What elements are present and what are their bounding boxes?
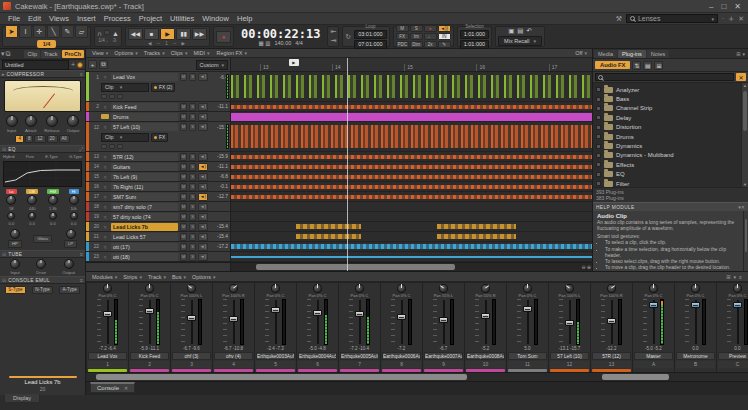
module-menu-icon[interactable]: ≡ — [80, 71, 83, 77]
now-marker[interactable]: ▶ — [289, 59, 299, 66]
plugin-folder-row[interactable]: Filter — [596, 179, 739, 187]
vertical-scrollbar[interactable]: ▲ ▼ — [741, 83, 748, 187]
clip-lane[interactable] — [231, 112, 592, 121]
pan-knob[interactable] — [313, 284, 322, 293]
chevron-down-icon[interactable]: ▾ — [734, 274, 737, 280]
mix-toggle-button[interactable]: ◄)) — [438, 25, 451, 32]
inspector-pin-icon[interactable]: ⧉ — [6, 50, 11, 58]
volume-fader[interactable] — [481, 313, 490, 319]
automation-icon[interactable] — [101, 94, 107, 99]
clip-dropdown[interactable]: Clip▾ — [101, 133, 149, 142]
plugin-folder-row[interactable]: Distortion — [596, 123, 739, 132]
mute-button[interactable]: M — [180, 113, 187, 121]
fader-track[interactable] — [229, 299, 238, 345]
strip-name[interactable]: 57R (12) — [592, 352, 631, 360]
clip-lane[interactable] — [231, 202, 592, 211]
track-header[interactable]: 15 7b Left (9) M S ◄) -6.8 — [86, 172, 231, 181]
track-row[interactable]: 20 Lead Licks 7b M S ◄) -15.4 — [86, 222, 592, 232]
eq-gain-knob[interactable] — [7, 212, 15, 220]
volume-fader[interactable] — [187, 315, 196, 321]
strip-name[interactable]: Erthquke0003AuMc — [256, 352, 295, 360]
track-name[interactable]: 57 Left (10) — [111, 123, 178, 131]
console-menu[interactable]: Modules▾ — [89, 274, 120, 280]
track-row[interactable]: 21 Lead Licks 57 M S ◄) -15.4 — [86, 232, 592, 242]
mixer-strip[interactable]: Pan 100% L -6.7 -9.6 — [171, 283, 212, 372]
mute-button[interactable]: M — [180, 123, 187, 131]
mute-button[interactable]: M — [180, 213, 187, 221]
fader-track[interactable] — [691, 299, 700, 345]
tool-button[interactable]: I — [19, 25, 32, 38]
pan-knob[interactable] — [187, 284, 196, 293]
module-menu-icon[interactable]: ≡ — [80, 277, 83, 283]
tube-header[interactable]: ⊙ TUBE ≡ — [0, 250, 85, 258]
trackview-menu[interactable]: Options▾ — [111, 50, 140, 56]
fader-track[interactable] — [565, 299, 574, 345]
fader-track[interactable] — [103, 299, 112, 345]
solo-button[interactable]: S — [189, 223, 196, 231]
inspector-menu-icon[interactable]: ▾ — [1, 50, 5, 58]
volume-fader[interactable] — [565, 320, 574, 326]
audio-clip[interactable] — [231, 105, 592, 109]
plugin-folder-row[interactable]: EQ — [596, 170, 739, 179]
tube-knob[interactable] — [10, 259, 20, 269]
preset-field[interactable]: Untitled — [2, 60, 69, 70]
strip-name[interactable]: Tom Sum — [508, 352, 547, 360]
fader-track[interactable] — [313, 299, 322, 345]
folder-name[interactable]: Dynamics — [616, 143, 642, 149]
clip-lane[interactable] — [231, 72, 592, 101]
volume-fader[interactable] — [439, 317, 448, 323]
close-icon[interactable]: ✕ — [741, 204, 745, 210]
mixer-strip[interactable]: Pan 0% C -7.2 -10.4 — [339, 283, 380, 372]
track-volume[interactable]: -11.1 — [210, 104, 228, 109]
clip-lane[interactable] — [231, 162, 592, 171]
punch-in-icon[interactable]: ⇤ — [330, 28, 336, 36]
volume-fader[interactable] — [145, 308, 154, 314]
track-volume[interactable]: -0.1 — [210, 184, 228, 189]
fader-track[interactable] — [397, 299, 406, 345]
audio-clip[interactable] — [231, 244, 592, 249]
power-icon[interactable]: ⊙ — [2, 146, 6, 152]
strip-name[interactable]: Lead Vox — [88, 352, 127, 360]
scrollbar-thumb[interactable] — [602, 374, 668, 380]
mixer-strip[interactable]: Pan 0% C 0.0 Metron — [675, 283, 716, 372]
track-name[interactable]: Lead Licks 57 — [111, 233, 178, 241]
folder-name[interactable]: Filter — [616, 181, 629, 187]
clip-lane[interactable] — [231, 192, 592, 201]
tool-button[interactable]: ✎ — [61, 25, 74, 38]
transport-button[interactable]: ▶ — [160, 28, 175, 40]
volume-fader[interactable] — [733, 302, 742, 308]
fader-track[interactable] — [271, 299, 280, 345]
chevron-down-icon[interactable]: ▾ — [742, 51, 745, 57]
input-echo-icon[interactable]: ◄) — [198, 103, 208, 111]
track-header[interactable]: 18 sm7 dirty solo (7 M S ◄) — [86, 202, 231, 211]
mixer-scrollbar[interactable] — [86, 372, 748, 381]
snap-toggle[interactable] — [104, 30, 110, 35]
input-echo-icon[interactable]: ◄) — [198, 243, 208, 251]
fader-track[interactable] — [355, 299, 364, 345]
track-header[interactable]: 12 57 Left (10) M S ◄) -15.7 — [86, 122, 231, 151]
mute-button[interactable]: M — [180, 163, 187, 171]
close-icon[interactable]: ✕ — [124, 385, 128, 391]
ratio-button[interactable]: 8 — [25, 135, 34, 143]
transport-button[interactable]: ▶▶ — [192, 28, 207, 40]
eq-freq-knob[interactable] — [27, 195, 37, 205]
strip-name[interactable]: Master — [634, 352, 673, 360]
clear-search-button[interactable]: ✕ — [736, 73, 746, 81]
eq-band-button[interactable]: HM — [47, 189, 59, 194]
ratio-button[interactable]: All — [59, 135, 70, 143]
mix-toggle-button[interactable]: ● — [424, 25, 437, 32]
snap-magnet-icon[interactable]: ∩ — [97, 30, 102, 37]
tool-button[interactable]: ➤ — [5, 25, 18, 38]
solo-button[interactable]: S — [189, 103, 196, 111]
document-icon[interactable]: ▤ — [517, 27, 523, 35]
vertical-scrollbar[interactable] — [743, 211, 748, 271]
track-volume[interactable]: -12.7 — [210, 194, 228, 199]
plugin-folder-row[interactable]: Analyzer — [596, 85, 739, 94]
mixer-strip[interactable]: Pan 0% C -5.0 -5.2 — [633, 283, 674, 372]
scrollbar-thumb[interactable] — [96, 374, 467, 380]
selection-start-value[interactable]: 1:01:000 — [460, 30, 489, 39]
compressor-knob[interactable] — [46, 115, 58, 127]
audio-clip[interactable] — [231, 185, 592, 189]
compressor-knob[interactable] — [6, 115, 18, 127]
folder-name[interactable]: EQ — [616, 171, 625, 177]
